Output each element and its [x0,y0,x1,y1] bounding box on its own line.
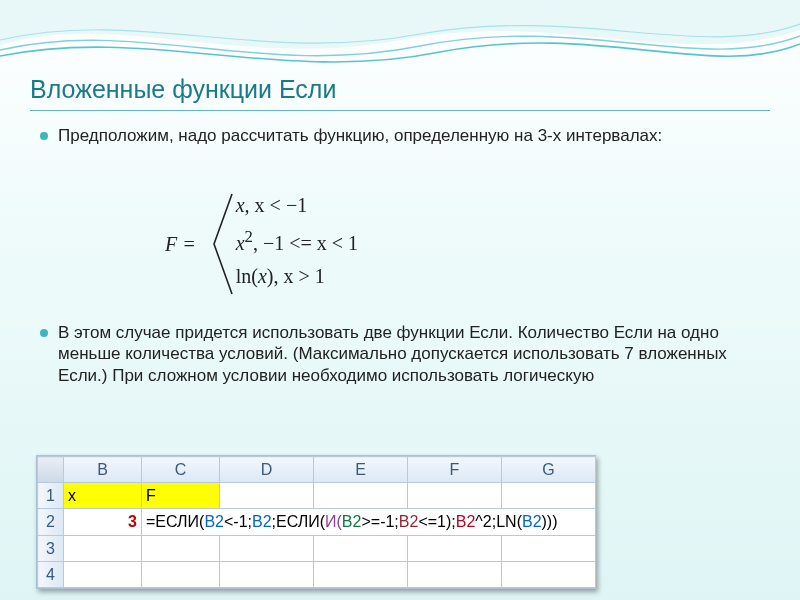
cell[interactable] [408,562,502,588]
formula-lhs: F = [165,233,196,256]
cell-b2[interactable]: 3 [64,509,142,536]
row-header[interactable]: 2 [38,509,64,536]
col-header[interactable]: B [64,457,142,483]
cell[interactable] [220,483,314,509]
cell[interactable] [408,483,502,509]
cell[interactable] [502,562,596,588]
cell-c1[interactable]: F [142,483,220,509]
slide-title: Вложенные функции Если [30,75,770,111]
bullet-icon [40,132,48,140]
slide: Вложенные функции Если Предположим, надо… [0,0,800,600]
cell[interactable] [314,536,408,562]
table-row: 2 3 =ЕСЛИ(B2<-1;B2;ЕСЛИ(И(B2>=-1;B2<=1);… [38,509,596,536]
cell-b1[interactable]: x [64,483,142,509]
bullet-text: Предположим, надо рассчитать функцию, оп… [58,125,662,146]
col-header[interactable]: E [314,457,408,483]
cell[interactable] [142,562,220,588]
case-row: ln(x), x > 1 [236,265,358,288]
case-row: x2, −1 <= x < 1 [236,227,358,255]
col-header[interactable]: G [502,457,596,483]
col-header[interactable]: D [220,457,314,483]
cell[interactable] [502,483,596,509]
excel-header-row: B C D E F G [38,457,596,483]
piecewise-formula: F = x, x < −1 x2, −1 <= x < 1 ln(x), x >… [165,190,358,298]
cell[interactable] [220,562,314,588]
table-row: 3 [38,536,596,562]
cell[interactable] [220,536,314,562]
left-angle-bracket-icon [208,190,236,298]
cell[interactable] [64,562,142,588]
formula-text: =ЕСЛИ(B2<-1;B2;ЕСЛИ(И(B2>=-1;B2<=1);B2^2… [142,509,595,535]
col-header[interactable]: F [408,457,502,483]
cell[interactable] [314,562,408,588]
row-header[interactable]: 4 [38,562,64,588]
row-header[interactable]: 1 [38,483,64,509]
table-row: 1 x F [38,483,596,509]
cell[interactable] [142,536,220,562]
excel-grid: B C D E F G 1 x F 2 3 =ЕСЛИ(B2<-1;B2; [37,456,596,588]
case-row: x, x < −1 [236,194,358,217]
cell-c2-formula[interactable]: =ЕСЛИ(B2<-1;B2;ЕСЛИ(И(B2>=-1;B2<=1);B2^2… [142,509,596,536]
cell[interactable] [314,483,408,509]
excel-screenshot: B C D E F G 1 x F 2 3 =ЕСЛИ(B2<-1;B2; [36,455,596,589]
table-row: 4 [38,562,596,588]
piecewise-cases: x, x < −1 x2, −1 <= x < 1 ln(x), x > 1 [236,190,358,298]
decorative-wave [0,0,800,85]
col-header[interactable]: C [142,457,220,483]
bullet-item: В этом случае придется использовать две … [40,322,760,386]
bullet-list-2: В этом случае придется использовать две … [40,322,760,394]
bullet-text: В этом случае придется использовать две … [58,322,760,386]
bullet-icon [40,329,48,337]
bullet-item: Предположим, надо рассчитать функцию, оп… [40,125,760,146]
row-header[interactable]: 3 [38,536,64,562]
select-all-corner[interactable] [38,457,64,483]
cell[interactable] [408,536,502,562]
bullet-list-1: Предположим, надо рассчитать функцию, оп… [40,125,760,154]
cell[interactable] [502,536,596,562]
cell[interactable] [64,536,142,562]
